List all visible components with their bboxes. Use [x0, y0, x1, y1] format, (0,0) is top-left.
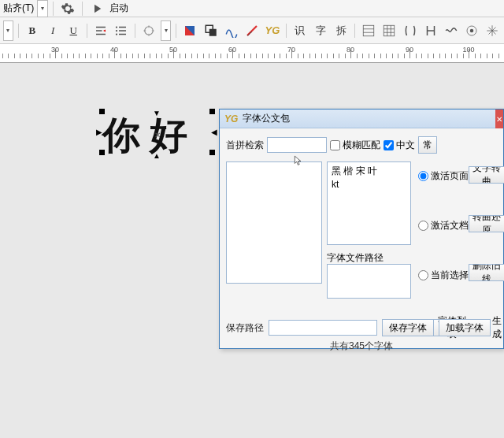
svg-rect-8	[384, 25, 395, 36]
bold-button[interactable]: B	[24, 21, 41, 40]
align-menu-label[interactable]: 贴齐(T)	[3, 2, 34, 15]
toolbar-format: ▾ B I U ▾ YG 识 字 拆	[0, 17, 504, 44]
gear-icon[interactable]	[58, 0, 77, 18]
save-path-label: 保存路径	[226, 321, 264, 335]
load-font-button[interactable]: 加载字体	[439, 319, 491, 336]
close-icon[interactable]: ✕	[495, 110, 503, 128]
sel-handle-b[interactable]: ▲	[153, 151, 161, 160]
total-fonts-label: 共有345个字体	[220, 340, 503, 353]
svg-point-0	[116, 26, 117, 28]
dialog-titlebar[interactable]: YG 字体公文包 ✕	[220, 110, 503, 128]
grid2-icon[interactable]	[380, 21, 398, 40]
ruler-label: 30	[51, 46, 59, 54]
radio-doc-label: 激活文档	[431, 219, 469, 232]
text-to-curve-button[interactable]: 文字转曲	[469, 166, 504, 184]
crosshair-dropdown[interactable]: ▾	[161, 20, 171, 41]
horizontal-ruler: // populated below after data loads 3040…	[0, 44, 504, 63]
play-icon[interactable]	[87, 0, 106, 18]
result-listbox[interactable]	[226, 161, 322, 284]
side-buttons: 文字转曲 转曲还原 删除旧线	[469, 166, 504, 281]
italic-button[interactable]: I	[44, 21, 61, 40]
yg-button[interactable]: YG	[264, 21, 281, 40]
radio-page[interactable]: 激活页面	[418, 169, 469, 183]
preview-line2: kt	[332, 178, 406, 191]
save-row: 保存路径 保存字体 加载字体	[226, 319, 491, 336]
wave-red-icon[interactable]	[243, 21, 261, 40]
underline-button[interactable]: U	[65, 21, 82, 40]
fuzzy-label: 模糊匹配	[343, 139, 380, 152]
toolbar-top: 贴齐(T) ▾ 启动	[0, 0, 504, 17]
list-icon[interactable]	[113, 21, 130, 40]
radio-page-label: 激活页面	[431, 169, 469, 183]
ruler-label: 40	[110, 46, 118, 54]
dialog-logo: YG	[224, 113, 238, 124]
font-briefcase-dialog: YG 字体公文包 ✕ 首拼检索 模糊匹配 中文 常 黑 楷 宋 叶 kt 字体文…	[219, 109, 504, 349]
ruler-label: 60	[228, 46, 236, 54]
chinese-checkbox[interactable]: 中文	[384, 139, 415, 152]
svg-point-1	[116, 29, 117, 31]
ruler-label: 80	[346, 46, 354, 54]
chinese-label: 中文	[396, 139, 415, 152]
svg-point-2	[116, 33, 117, 35]
style-dropdown[interactable]: ▾	[3, 20, 13, 41]
curve-restore-button[interactable]: 转曲还原	[469, 215, 504, 232]
ruler-label: 100	[462, 46, 474, 54]
grid1-icon[interactable]	[360, 21, 377, 40]
search-label: 首拼检索	[226, 139, 264, 152]
sel-handle-tl[interactable]	[99, 109, 105, 114]
dialog-title-text: 字体公文包	[243, 112, 290, 125]
sel-handle-tr[interactable]	[209, 109, 215, 114]
shi-button[interactable]: 识	[291, 21, 309, 40]
generate-label: 生成	[492, 314, 503, 341]
sel-handle-br[interactable]	[209, 150, 215, 155]
svg-rect-6	[209, 28, 216, 35]
search-row: 首拼检索 模糊匹配 中文 常	[226, 136, 497, 154]
script-icon[interactable]	[401, 21, 418, 40]
sel-handle-r[interactable]: ◀	[211, 128, 217, 136]
canvas-text[interactable]: 你 好	[102, 110, 187, 161]
sel-handle-t[interactable]: ▼	[153, 109, 161, 117]
ruler-label: 50	[169, 46, 177, 54]
preview-line1: 黑 楷 宋 叶	[332, 165, 406, 178]
target-icon[interactable]	[463, 21, 480, 40]
path-label: 字体文件路径	[327, 251, 384, 265]
path-listbox[interactable]	[327, 264, 411, 299]
svg-point-3	[145, 26, 154, 35]
indent-left-icon[interactable]	[92, 21, 109, 40]
save-path-input[interactable]	[269, 320, 377, 336]
crosshair-icon[interactable]	[140, 21, 158, 40]
sel-handle-bl[interactable]	[99, 150, 105, 155]
svg-rect-7	[364, 25, 375, 36]
launch-label[interactable]: 启动	[109, 2, 128, 15]
wave-blue-icon[interactable]	[223, 21, 240, 40]
radio-sel-label: 当前选择	[431, 269, 469, 282]
wave2-icon[interactable]	[443, 21, 460, 40]
flag-blue-icon[interactable]	[181, 21, 198, 40]
sparkle-icon[interactable]	[484, 21, 501, 40]
spacing-icon[interactable]	[422, 21, 439, 40]
radio-sel[interactable]: 当前选择	[418, 269, 469, 282]
svg-point-10	[470, 28, 474, 32]
preview-listbox[interactable]: 黑 楷 宋 叶 kt	[327, 161, 411, 245]
align-dropdown[interactable]: ▾	[37, 0, 48, 17]
shape-overlap-icon[interactable]	[202, 21, 220, 40]
chai-button[interactable]: 拆	[332, 21, 350, 40]
zi-button[interactable]: 字	[312, 21, 329, 40]
sel-center-icon: ✕	[154, 131, 161, 139]
fuzzy-checkbox[interactable]: 模糊匹配	[330, 139, 380, 152]
dialog-body: 首拼检索 模糊匹配 中文 常 黑 楷 宋 叶 kt 字体文件路径 激活页面 激活…	[220, 128, 503, 348]
scope-radios: 激活页面 激活文档 当前选择	[418, 169, 469, 282]
radio-doc[interactable]: 激活文档	[418, 219, 469, 232]
ruler-label: 70	[287, 46, 295, 54]
delete-lines-button[interactable]: 删除旧线	[469, 264, 504, 281]
sel-handle-l[interactable]: ▶	[96, 128, 102, 136]
save-font-button[interactable]: 保存字体	[382, 319, 434, 336]
chang-button[interactable]: 常	[418, 136, 437, 154]
ruler-label: 90	[406, 46, 413, 54]
search-input[interactable]	[267, 137, 327, 153]
